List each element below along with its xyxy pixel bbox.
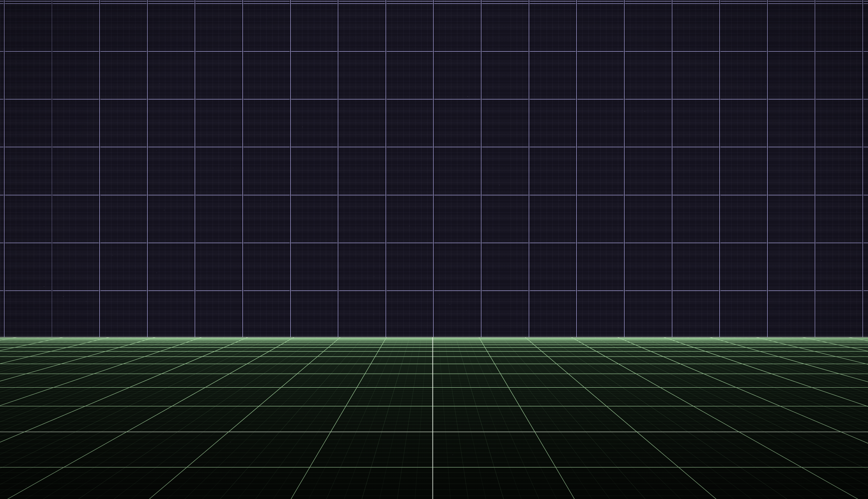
floor-grid-line [0, 259, 433, 499]
floor-grid-line [433, 259, 868, 499]
floor-grid-line [433, 259, 868, 499]
floor-grid-line [433, 259, 868, 499]
floor-grid-line [0, 259, 433, 499]
floor-grid-line [0, 259, 433, 499]
floor-grid-line [0, 259, 433, 499]
floor-grid-line [433, 259, 868, 499]
floor-grid-line [395, 259, 433, 499]
floor-grid-line [169, 259, 433, 499]
floor-grid-line [0, 259, 433, 499]
floor-grid-line [0, 259, 433, 499]
floor-grid-line [433, 259, 508, 499]
floor-grid-line [433, 259, 697, 499]
floor-grid-line [433, 259, 868, 499]
floor-grid-line [433, 259, 868, 499]
floor-grid-line [207, 259, 433, 499]
floor-grid-line [75, 259, 433, 499]
floor-grid-line [433, 259, 868, 499]
floor-grid-line [0, 259, 433, 499]
floor-grid-line [433, 259, 847, 499]
floor-grid-line [433, 259, 868, 499]
floor-grid-lines [0, 259, 868, 499]
floor-grid-line [433, 259, 546, 499]
floor-grid-line [433, 259, 868, 499]
floor-grid-line [0, 259, 433, 499]
floor-grid-line [433, 259, 640, 499]
floor-grid-line [0, 259, 433, 499]
floor-grid-line [0, 259, 433, 499]
floor-grid-line [433, 259, 868, 499]
floor-grid-line [0, 259, 433, 499]
floor-grid-line [433, 259, 868, 499]
floor-grid-line [433, 259, 868, 499]
floor-grid-line [433, 259, 868, 499]
floor-grid-line [0, 259, 433, 499]
floor-grid-line [433, 259, 868, 499]
floor-grid-line [0, 259, 433, 499]
floor-grid-line [0, 259, 433, 499]
floor-grid-line [188, 259, 433, 499]
floor-grid-line [0, 259, 433, 499]
floor-grid-line [433, 259, 868, 499]
floor-grid-line [433, 259, 868, 499]
scene-background [0, 0, 868, 499]
floor-grid-line [433, 259, 868, 499]
floor-grid-line [0, 259, 433, 499]
floor-grid-line [0, 259, 433, 499]
floor-grid-line [433, 259, 810, 499]
floor-grid-line [433, 259, 868, 499]
floor-grid-line [414, 259, 433, 499]
floor-grid-line [0, 259, 433, 499]
floor-grid-line [433, 259, 868, 499]
floor-grid-line [433, 259, 868, 499]
floor-grid-line [433, 259, 470, 499]
floor-grid-line [433, 259, 868, 499]
floor-grid-line [433, 259, 868, 499]
floor-grid-line [0, 259, 433, 499]
floor-grid-line [433, 259, 868, 499]
floor-grid-line [0, 259, 433, 499]
floor-grid-line [433, 259, 868, 499]
floor-grid-line [0, 259, 433, 499]
floor-grid-line [433, 259, 868, 499]
floor-grid-line [433, 259, 868, 499]
floor-grid-line [433, 259, 868, 499]
floor-grid-line [433, 259, 868, 499]
floor-grid-line [433, 259, 868, 499]
floor-grid-line [433, 259, 868, 499]
floor-grid-line [433, 259, 868, 499]
floor-grid-line [0, 259, 433, 499]
floor-grid-line [433, 259, 868, 499]
floor-grid-line [0, 259, 433, 499]
floor-grid-line [0, 259, 433, 499]
floor-grid-line [433, 259, 868, 499]
floor-grid-line [244, 259, 433, 499]
floor-grid-line [0, 259, 433, 499]
floor-grid-line [433, 259, 868, 499]
floor-grid-line [433, 259, 868, 499]
floor-grid-line [433, 259, 868, 499]
floor-grid-line [320, 259, 433, 499]
floor-grid-line [0, 259, 433, 499]
floor-grid-line [18, 259, 433, 499]
floor-grid-line [0, 259, 433, 499]
floor-grid-line [433, 259, 868, 499]
floor-grid-line [0, 259, 433, 499]
floor-grid-line [433, 259, 791, 499]
floor-grid-line [0, 259, 433, 499]
floor-grid-line [0, 259, 433, 499]
floor-grid-line [433, 259, 753, 499]
floor-grid-line [0, 259, 433, 499]
floor-grid-line [433, 259, 868, 499]
floor-grid-line [433, 259, 868, 499]
floor-grid-line [433, 259, 868, 499]
floor-grid-line [0, 259, 433, 499]
floor-grid-line [301, 259, 433, 499]
floor-grid-line [433, 259, 602, 499]
floor-grid-line [0, 259, 433, 499]
floor-grid-line [433, 259, 868, 499]
floor-grid-line [433, 259, 772, 499]
floor-grid-line [0, 259, 433, 499]
floor-grid-line [433, 259, 868, 499]
floor-grid-line [376, 259, 433, 499]
